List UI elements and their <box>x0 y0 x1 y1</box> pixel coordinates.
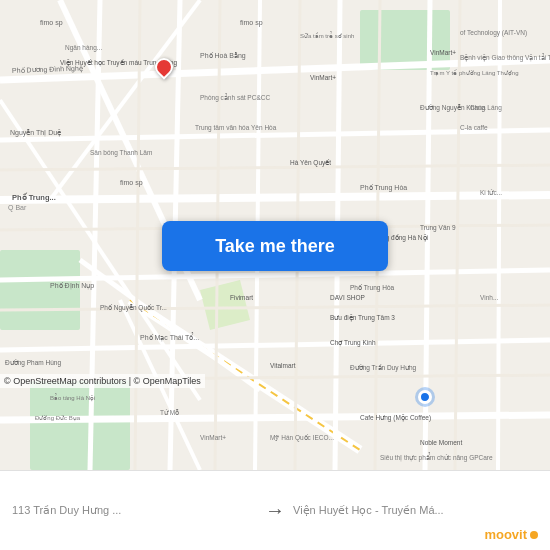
svg-text:Trung tâm văn hóa Yên Hòa: Trung tâm văn hóa Yên Hòa <box>195 124 277 132</box>
svg-text:Trạm Y tế phường Láng Thượng: Trạm Y tế phường Láng Thượng <box>430 69 519 77</box>
svg-text:Phố Trung...: Phố Trung... <box>12 192 56 202</box>
svg-text:Tứ Mỗ: Tứ Mỗ <box>160 409 179 416</box>
svg-rect-1 <box>0 250 80 330</box>
svg-text:Phố Định Nụp: Phố Định Nụp <box>50 282 94 290</box>
svg-text:Trung Vân 9: Trung Vân 9 <box>420 224 456 232</box>
svg-text:Bưu điện Trung Tâm 3: Bưu điện Trung Tâm 3 <box>330 314 395 322</box>
svg-text:Siêu thị thực phẩm chức năng G: Siêu thị thực phẩm chức năng GPCare <box>380 452 493 462</box>
svg-text:Noble Moment: Noble Moment <box>420 439 462 446</box>
svg-text:Phố Hoà Bằng: Phố Hoà Bằng <box>200 52 246 60</box>
svg-text:Q Bar: Q Bar <box>8 204 27 212</box>
svg-text:Ngân hàng...: Ngân hàng... <box>65 44 102 52</box>
moovit-logo-dot <box>530 531 538 539</box>
svg-text:fimo sp: fimo sp <box>240 19 263 27</box>
svg-rect-2 <box>30 380 130 470</box>
svg-text:VinMart+: VinMart+ <box>310 74 336 81</box>
svg-text:VinMart+: VinMart+ <box>430 49 456 56</box>
svg-text:Phố Trung Hòa: Phố Trung Hòa <box>350 284 394 292</box>
svg-text:Chùa Láng: Chùa Láng <box>470 104 502 112</box>
svg-text:Mỹ Hán Quốc IECO...: Mỹ Hán Quốc IECO... <box>270 434 334 442</box>
take-me-there-button[interactable]: Take me there <box>162 221 388 271</box>
svg-text:Bảo tàng Hà Nội: Bảo tàng Hà Nội <box>50 393 95 402</box>
svg-text:Sân bóng Thanh Lâm: Sân bóng Thanh Lâm <box>90 149 152 157</box>
moovit-logo-text: moovit <box>484 527 527 542</box>
moovit-branding: moovit <box>484 527 538 542</box>
svg-text:Phố Nguyễn Quốc Tr...: Phố Nguyễn Quốc Tr... <box>100 304 167 312</box>
svg-text:Nguyễn Thị Duệ: Nguyễn Thị Duệ <box>10 129 61 137</box>
map-view[interactable]: Phố Dương Đình Nghệ Nguyễn Thị Duệ Phố H… <box>0 0 550 470</box>
map-attribution: © OpenStreetMap contributors | © OpenMap… <box>0 374 205 388</box>
svg-text:C-la caffe: C-la caffe <box>460 124 488 131</box>
svg-text:Cafe Hưng (Mộc Coffee): Cafe Hưng (Mộc Coffee) <box>360 414 431 422</box>
svg-text:Đường Đức Bụa: Đường Đức Bụa <box>35 415 81 422</box>
destination-pin <box>155 58 173 76</box>
svg-text:Chợ Trung Kinh: Chợ Trung Kinh <box>330 339 376 347</box>
current-location-dot <box>418 390 432 404</box>
destination-label: Viện Huyết Học - Truyền Má... <box>293 504 538 517</box>
svg-text:Vitalmart: Vitalmart <box>270 362 296 369</box>
svg-text:Fivimart: Fivimart <box>230 294 253 301</box>
origin-info: 113 Trần Duy Hưng ... <box>12 504 257 517</box>
svg-text:Ki tức...: Ki tức... <box>480 189 502 196</box>
svg-text:of Technology (AIT-VN): of Technology (AIT-VN) <box>460 29 527 37</box>
svg-line-10 <box>0 415 550 420</box>
direction-arrow: → <box>265 499 285 522</box>
svg-text:DAVI SHOP: DAVI SHOP <box>330 294 365 301</box>
svg-text:Phố Trung Hòa: Phố Trung Hòa <box>360 184 407 192</box>
svg-text:VinMart+: VinMart+ <box>200 434 226 441</box>
svg-text:Phố Mạc Thái Tổ...: Phố Mạc Thái Tổ... <box>140 332 199 342</box>
destination-info: Viện Huyết Học - Truyền Má... <box>293 504 538 517</box>
svg-text:Bệnh viện Giao thông Vận tải T: Bệnh viện Giao thông Vận tải Trung ương <box>460 53 550 62</box>
map-container: Phố Dương Đình Nghệ Nguyễn Thị Duệ Phố H… <box>0 0 550 550</box>
svg-text:Đường Trần Duy Hưng: Đường Trần Duy Hưng <box>350 364 417 372</box>
svg-text:Hà Yên Quyết: Hà Yên Quyết <box>290 159 331 167</box>
origin-label: 113 Trần Duy Hưng ... <box>12 504 257 517</box>
svg-text:Phòng cảnh sát PC&CC: Phòng cảnh sát PC&CC <box>200 93 270 102</box>
svg-text:fimo sp: fimo sp <box>40 19 63 27</box>
svg-line-7 <box>0 195 550 200</box>
svg-text:Đường Pham Hùng: Đường Pham Hùng <box>5 359 61 367</box>
svg-text:Vinh...: Vinh... <box>480 294 499 301</box>
bottom-navigation-bar: 113 Trần Duy Hưng ... → Viện Huyết Học -… <box>0 470 550 550</box>
svg-text:fimo sp: fimo sp <box>120 179 143 187</box>
svg-text:Sữa tầm trẻ sơ sinh: Sữa tầm trẻ sơ sinh <box>300 31 354 39</box>
